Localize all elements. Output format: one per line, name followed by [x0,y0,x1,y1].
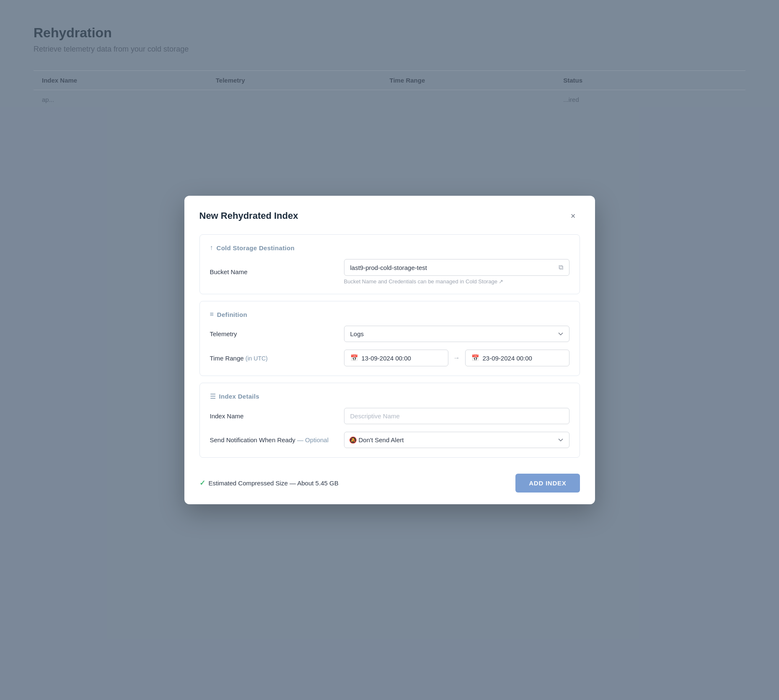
index-name-input[interactable] [344,408,569,424]
definition-section: ≡ Definition Telemetry Logs Metrics Trac… [199,301,580,376]
bucket-name-label: Bucket Name [210,268,344,275]
section-header-definition: ≡ Definition [210,311,569,318]
section-header-index-details: ☰ Index Details [210,392,569,400]
bucket-name-row: Bucket Name last9-prod-cold-storage-test… [210,259,569,285]
section-header-cold-storage: ↑ Cold Storage Destination [210,244,569,251]
list-icon: ☰ [210,392,216,400]
definition-title: Definition [217,311,247,318]
date-start-value: 13-09-2024 00:00 [362,355,411,362]
upload-icon: ↑ [210,244,213,251]
index-name-row: Index Name [210,408,569,424]
bucket-value: last9-prod-cold-storage-test [350,264,554,271]
date-start[interactable]: 📅 13-09-2024 00:00 [344,350,448,366]
time-range-row: Time Range (in UTC) 📅 13-09-2024 00:00 →… [210,350,569,366]
modal-footer: ✓ Estimated Compressed Size — About 5.45… [199,466,580,493]
time-range-label: Time Range (in UTC) [210,355,344,362]
cold-storage-section: ↑ Cold Storage Destination Bucket Name l… [199,234,580,294]
notification-label: Send Notification When Ready — Optional [210,436,344,443]
bucket-hint: Bucket Name and Credentials can be manag… [344,278,569,285]
date-end-value: 23-09-2024 00:00 [483,355,532,362]
time-range-control: 📅 13-09-2024 00:00 → 📅 23-09-2024 00:00 [344,350,569,366]
modal-dialog: New Rehydrated Index × ↑ Cold Storage De… [184,196,595,504]
date-end[interactable]: 📅 23-09-2024 00:00 [465,350,569,366]
add-index-button[interactable]: ADD INDEX [515,474,580,493]
arrow-icon: → [453,354,460,362]
modal-title: New Rehydrated Index [199,210,298,221]
filter-icon: ≡ [210,311,214,318]
bucket-control: last9-prod-cold-storage-test ⧉ Bucket Na… [344,259,569,285]
telemetry-label: Telemetry [210,330,344,337]
close-button[interactable]: × [567,209,580,223]
index-name-label: Index Name [210,412,344,420]
check-icon: ✓ [199,479,205,487]
telemetry-control: Logs Metrics Traces [344,326,569,342]
notification-select[interactable]: Don't Send Alert Email Slack [344,432,569,448]
size-estimate-text: Estimated Compressed Size — About 5.45 G… [209,480,339,487]
notification-control: 🔕 Don't Send Alert Email Slack [344,432,569,448]
telemetry-select[interactable]: Logs Metrics Traces [344,326,569,342]
index-name-control [344,408,569,424]
calendar-start-icon: 📅 [350,354,358,362]
bucket-display: last9-prod-cold-storage-test ⧉ [344,259,569,276]
telemetry-row: Telemetry Logs Metrics Traces [210,326,569,342]
calendar-end-icon: 📅 [471,354,479,362]
modal-header: New Rehydrated Index × [199,209,580,223]
cold-storage-title: Cold Storage Destination [217,244,295,251]
index-details-title: Index Details [219,393,259,400]
size-estimate: ✓ Estimated Compressed Size — About 5.45… [199,479,339,487]
index-details-section: ☰ Index Details Index Name Send Notifica… [199,383,580,458]
copy-icon[interactable]: ⧉ [559,264,563,271]
notification-row: Send Notification When Ready — Optional … [210,432,569,448]
